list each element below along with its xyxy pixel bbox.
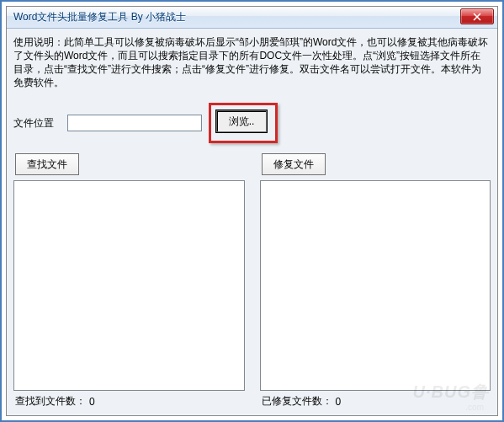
browse-highlight: 浏览.. (209, 103, 278, 143)
left-column: 查找文件 查找到文件数： 0 (12, 153, 247, 410)
close-button[interactable] (460, 8, 494, 24)
app-window: Word文件头批量修复工具 By 小猪战士 使用说明：此简单工具可以修复被病毒破… (6, 6, 498, 416)
content-area: 使用说明：此简单工具可以修复被病毒破坏后显示“邹小朋爱邹琪”的Word文件，也可… (7, 29, 497, 415)
browse-button[interactable]: 浏览.. (216, 110, 267, 132)
window-title: Word文件头批量修复工具 By 小猪战士 (13, 10, 186, 24)
repaired-status-value: 0 (336, 396, 342, 408)
found-status-row: 查找到文件数： 0 (12, 393, 247, 410)
repair-files-button[interactable]: 修复文件 (262, 153, 326, 175)
path-input[interactable] (67, 115, 202, 131)
found-status-label: 查找到文件数： (15, 394, 86, 409)
app-window-border: Word文件头批量修复工具 By 小猪战士 使用说明：此简单工具可以修复被病毒破… (0, 0, 504, 422)
repaired-files-list[interactable] (260, 180, 491, 391)
instructions-text: 使用说明：此简单工具可以修复被病毒破坏后显示“邹小朋爱邹琪”的Word文件，也可… (12, 34, 492, 94)
close-icon (473, 13, 481, 21)
repaired-status-label: 已修复文件数： (262, 394, 332, 409)
columns: 查找文件 查找到文件数： 0 修复文件 已修复文件数： 0 (12, 153, 492, 410)
path-label: 文件位置 (12, 116, 61, 131)
right-column: 修复文件 已修复文件数： 0 (258, 153, 493, 410)
repaired-status-row: 已修复文件数： 0 (258, 393, 493, 410)
found-status-value: 0 (89, 396, 95, 408)
path-row: 文件位置 浏览.. (12, 103, 492, 143)
title-bar: Word文件头批量修复工具 By 小猪战士 (7, 7, 497, 29)
search-files-button[interactable]: 查找文件 (15, 153, 79, 175)
found-files-list[interactable] (13, 180, 245, 391)
